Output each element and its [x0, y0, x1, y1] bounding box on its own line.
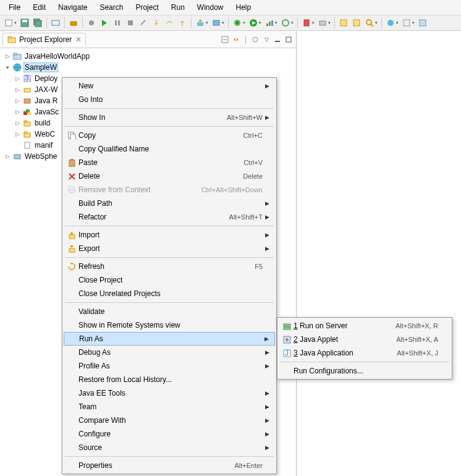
expand-icon[interactable]: ▷: [4, 53, 11, 59]
server-project-icon: [12, 151, 22, 161]
dropdown-icon[interactable]: ▾: [312, 20, 316, 25]
menu-help[interactable]: Help: [231, 2, 256, 13]
stepreturn-icon[interactable]: [176, 17, 188, 29]
search-icon[interactable]: [363, 17, 376, 29]
publish-icon[interactable]: [194, 17, 206, 29]
menu-run[interactable]: Run: [166, 2, 190, 13]
web-browser-icon[interactable]: [384, 17, 397, 29]
menu-item-build-path[interactable]: Build Path▶: [64, 197, 275, 210]
menu-item-import[interactable]: Import▶: [64, 228, 275, 242]
view-menu-icon[interactable]: ▽: [261, 35, 271, 45]
menu-item-show-in[interactable]: Show InAlt+Shift+W▶: [64, 111, 275, 124]
pause-icon[interactable]: [111, 17, 124, 29]
expand-icon[interactable]: ▷: [14, 109, 21, 115]
menu-item-configure[interactable]: Configure▶: [64, 427, 275, 441]
expand-icon[interactable]: ▷: [14, 87, 21, 93]
annotations-icon[interactable]: [400, 17, 413, 29]
open-task-icon[interactable]: [350, 17, 363, 29]
menu-item-paste[interactable]: PasteCtrl+V: [64, 156, 275, 169]
menu-item-compare-with[interactable]: Compare With▶: [64, 414, 275, 427]
skip-breakpoints-icon[interactable]: [85, 17, 98, 29]
menu-label: 1 Run on Server: [294, 321, 395, 330]
dropdown-icon[interactable]: ▾: [259, 20, 263, 25]
menu-item-copy-qualified-name[interactable]: Copy Qualified Name: [64, 142, 275, 156]
menu-item-close-project[interactable]: Close Project: [64, 273, 275, 287]
external-tools-icon[interactable]: [300, 17, 313, 29]
expand-icon[interactable]: ▷: [14, 98, 21, 104]
menu-item-close-unrelated-projects[interactable]: Close Unrelated Projects: [64, 287, 275, 300]
expand-icon[interactable]: ▷: [14, 131, 21, 137]
dropdown-icon[interactable]: ▾: [375, 20, 379, 25]
menu-item-refactor[interactable]: RefactorAlt+Shift+T▶: [64, 210, 275, 224]
menu-item-debug-as[interactable]: Debug As▶: [64, 346, 275, 359]
toggle-breadcrumb-icon[interactable]: [49, 17, 62, 29]
minimize-icon[interactable]: [273, 35, 282, 45]
focus-task-icon[interactable]: [250, 35, 260, 45]
dropdown-icon[interactable]: ▾: [328, 20, 332, 25]
menu-item-new[interactable]: New▶: [64, 79, 275, 93]
menu-item-remove-from-context[interactable]: Remove from ContextCtrl+Alt+Shift+Down: [64, 183, 275, 197]
menu-item-delete[interactable]: DeleteDelete: [64, 169, 275, 183]
menu-item-run-as[interactable]: Run As▶: [64, 332, 275, 346]
menu-item-go-into[interactable]: Go Into: [64, 93, 275, 106]
collapse-all-icon[interactable]: [220, 35, 230, 45]
menu-item-team[interactable]: Team▶: [64, 400, 275, 414]
dropdown-icon[interactable]: ▾: [243, 20, 247, 25]
menu-item-show-in-remote-systems-view[interactable]: Show in Remote Systems view: [64, 318, 275, 332]
menu-item-run-configurations-[interactable]: Run Configurations...: [279, 364, 450, 378]
debug-icon[interactable]: [231, 17, 243, 29]
collapse-icon[interactable]: ▾: [4, 64, 11, 70]
tree-item-javahelloworldapp[interactable]: ▷ JavaHelloWorldApp: [1, 51, 295, 62]
menu-item-java-ee-tools[interactable]: Java EE Tools▶: [64, 386, 275, 400]
close-icon[interactable]: ✕: [75, 35, 82, 44]
expand-icon[interactable]: ▷: [14, 120, 21, 126]
stepinto-icon[interactable]: [150, 17, 163, 29]
dropdown-icon[interactable]: ▾: [275, 20, 279, 25]
dropdown-icon[interactable]: ▾: [222, 20, 226, 25]
dropdown-icon[interactable]: ▾: [396, 20, 400, 25]
menu-item-properties[interactable]: PropertiesAlt+Enter: [64, 459, 275, 472]
menu-item-profile-as[interactable]: Profile As▶: [64, 359, 275, 373]
new-icon[interactable]: [2, 17, 15, 29]
link-editor-icon[interactable]: [231, 35, 241, 45]
menu-item-refresh[interactable]: RefreshF5: [64, 260, 275, 273]
project-explorer-tab[interactable]: Project Explorer ✕: [2, 33, 86, 46]
stop-icon[interactable]: [124, 17, 137, 29]
expand-icon[interactable]: ▷: [14, 75, 21, 82]
menu-edit[interactable]: Edit: [28, 2, 51, 13]
dropdown-icon[interactable]: ▾: [206, 20, 209, 25]
menu-item-validate[interactable]: Validate: [64, 305, 275, 318]
build-icon[interactable]: [67, 17, 80, 29]
save-icon[interactable]: [19, 17, 31, 29]
menu-label: Profile As: [78, 362, 265, 370]
new-server-icon[interactable]: [316, 17, 329, 29]
open-type-icon[interactable]: [337, 17, 350, 29]
resume-icon[interactable]: [98, 17, 111, 29]
menu-project[interactable]: Project: [130, 2, 163, 13]
save-all-icon[interactable]: [32, 17, 44, 29]
menu-item-java-application[interactable]: J3 Java ApplicationAlt+Shift+X, J: [279, 346, 450, 360]
tree-item-samplew[interactable]: ▾ SampleW: [1, 62, 295, 73]
maximize-icon[interactable]: [284, 35, 294, 45]
stepover-icon[interactable]: [163, 17, 176, 29]
expand-icon[interactable]: ▷: [4, 153, 11, 159]
menu-item-export[interactable]: Export▶: [64, 242, 275, 255]
menu-item-restore-from-local-history-[interactable]: Restore from Local History...: [64, 373, 275, 386]
disconnect-icon[interactable]: [137, 17, 150, 29]
dropdown-icon[interactable]: ▾: [291, 20, 295, 25]
menu-search[interactable]: Search: [95, 2, 128, 13]
dropdown-icon[interactable]: ▾: [412, 20, 416, 25]
menu-item-source[interactable]: Source▶: [64, 441, 275, 454]
menu-item-java-applet[interactable]: 2 Java AppletAlt+Shift+X, A: [279, 333, 450, 346]
profile-icon[interactable]: [263, 17, 276, 29]
menu-item-run-on-server[interactable]: 1 Run on ServerAlt+Shift+X, R: [279, 319, 450, 333]
menu-window[interactable]: Window: [192, 2, 229, 13]
coverage-icon[interactable]: [279, 17, 292, 29]
menu-navigate[interactable]: Navigate: [53, 2, 92, 13]
dropdown-icon[interactable]: ▾: [14, 20, 18, 25]
menu-item-copy[interactable]: CopyCtrl+C: [64, 129, 275, 142]
run-icon[interactable]: [247, 17, 260, 29]
perspective-icon[interactable]: [417, 17, 429, 29]
server-icon[interactable]: [210, 17, 222, 29]
menu-file[interactable]: File: [4, 2, 25, 13]
